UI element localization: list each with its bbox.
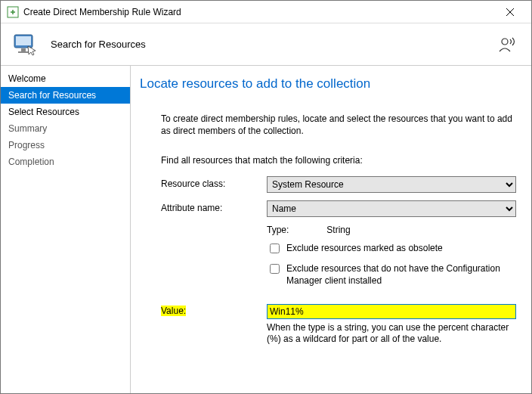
header-title: Search for Resources: [51, 39, 146, 50]
exclude-noclient-checkbox[interactable]: [270, 264, 280, 274]
title-bar: Create Direct Membership Rule Wizard: [1, 1, 531, 23]
window-title: Create Direct Membership Rule Wizard: [23, 7, 495, 17]
sidebar-step-1[interactable]: Search for Resources: [1, 87, 130, 104]
type-label: Type:: [267, 225, 289, 235]
wizard-header: Search for Resources: [1, 23, 531, 66]
exclude-noclient-label[interactable]: Exclude resources that do not have the C…: [286, 263, 516, 287]
monitor-icon: [11, 31, 39, 58]
value-input[interactable]: [267, 304, 516, 319]
resource-class-row: Resource class: System Resource: [161, 176, 516, 193]
sidebar-step-0[interactable]: Welcome: [1, 70, 130, 87]
svg-rect-6: [16, 36, 31, 45]
exclude-obsolete-checkbox[interactable]: [270, 244, 280, 253]
sidebar-step-3[interactable]: Summary: [1, 120, 130, 137]
type-row: Type: String: [267, 225, 516, 235]
intro-text: To create direct membership rules, locat…: [161, 113, 516, 137]
attribute-name-label: Attribute name:: [161, 200, 267, 213]
sidebar-step-5[interactable]: Completion: [1, 154, 130, 170]
attribute-name-row: Attribute name: Name: [161, 200, 516, 217]
wizard-steps-sidebar: WelcomeSearch for ResourcesSelect Resour…: [1, 66, 131, 394]
value-hint: When the type is a string, you can use t…: [267, 322, 516, 346]
svg-rect-8: [18, 51, 29, 53]
criteria-label: Find all resources that match the follow…: [161, 155, 516, 166]
svg-rect-7: [21, 48, 26, 51]
wizard-main-panel: Locate resources to add to the collectio…: [131, 66, 531, 394]
svg-point-9: [502, 39, 508, 45]
value-label: Value:: [161, 306, 186, 316]
value-row: Value:: [161, 304, 516, 319]
type-value: String: [326, 225, 350, 235]
exclude-obsolete-row: Exclude resources marked as obsolete: [267, 243, 516, 256]
page-title: Locate resources to add to the collectio…: [140, 76, 516, 92]
close-button[interactable]: [495, 1, 525, 23]
attribute-name-select[interactable]: Name: [267, 200, 516, 217]
close-icon: [506, 8, 515, 17]
exclude-obsolete-label[interactable]: Exclude resources marked as obsolete: [286, 243, 443, 255]
sidebar-step-4[interactable]: Progress: [1, 137, 130, 154]
exclude-noclient-row: Exclude resources that do not have the C…: [267, 263, 516, 287]
app-icon: [7, 6, 19, 18]
resource-class-label: Resource class:: [161, 176, 267, 189]
resource-class-select[interactable]: System Resource: [267, 176, 516, 193]
user-voice-icon[interactable]: [496, 34, 518, 55]
sidebar-step-2[interactable]: Select Resources: [1, 104, 130, 120]
